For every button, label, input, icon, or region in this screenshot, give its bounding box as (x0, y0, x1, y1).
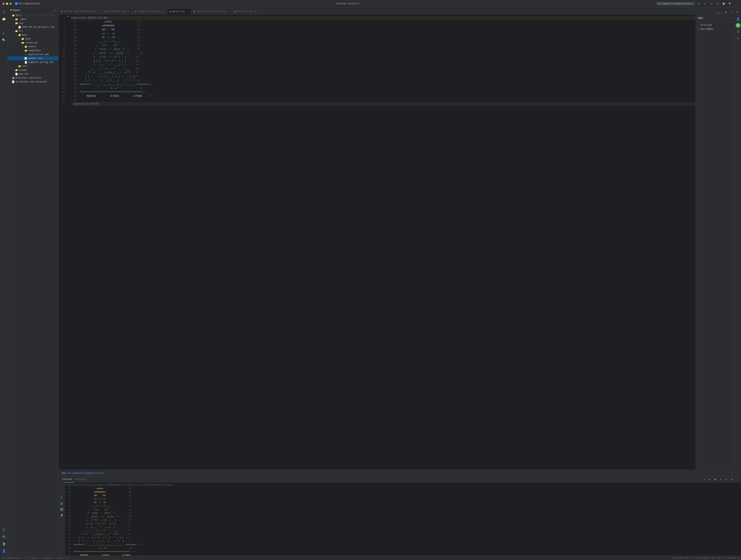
tree-item-log[interactable]: ▾ 📁 log (8, 21, 58, 25)
tab-pom-close[interactable]: ✕ (97, 10, 100, 13)
right-panel-expand[interactable]: □ (729, 16, 733, 20)
search-icon[interactable]: 🔍 (728, 1, 732, 6)
console-tab[interactable]: Console (60, 476, 74, 483)
tab-defaults[interactable]: ◆ defaults.xml ✕ (232, 8, 259, 14)
bottom-collapse-icon[interactable]: — (735, 471, 739, 476)
tree-item-java[interactable]: ▾ 📁 java (8, 37, 58, 41)
list-icon[interactable]: ☰ (59, 501, 64, 506)
spring-icon[interactable]: 🍃 (1, 541, 7, 547)
camera-icon[interactable]: 📷 (59, 507, 64, 512)
tree-item-static[interactable]: › 📁 static (8, 45, 58, 49)
wrap-lines-icon[interactable]: ≡ (59, 495, 64, 500)
tab-usermapper[interactable]: ◆ UserMapper.java ✕ (102, 8, 133, 14)
tree-item-scratches[interactable]: › 📝 Scratches and Consoles (8, 80, 58, 84)
bottom-content[interactable]: /Users/eve/Library/Java/JavaVirtualMachi… (65, 482, 741, 556)
status-indent[interactable]: 4 spaces (726, 557, 736, 559)
right-panel-more[interactable]: ⋮ (716, 16, 721, 20)
status-position[interactable]: 23:1 (19 chars, 1 line break) (672, 557, 710, 559)
maximize-button[interactable] (9, 3, 12, 5)
search-activity-icon[interactable]: 🔍 (1, 37, 7, 44)
close-button[interactable] (2, 3, 5, 5)
tree-item-main[interactable]: ▾ 📁 main (8, 33, 58, 37)
tab-defaults-close[interactable]: ✕ (254, 10, 257, 13)
tab-banner[interactable]: ◆ banner.txt ✕ (167, 8, 192, 14)
sidebar-content[interactable]: ▾ 📁 SpringBootStudy ~/Desktop/CS/JavaEE/… (8, 13, 58, 556)
cs-14: // (66, 533, 71, 536)
minimize-button[interactable] (6, 3, 8, 5)
right-db-icon[interactable]: 🗄 (735, 28, 741, 35)
tree-item-src[interactable]: ▾ 📁 src (8, 29, 58, 33)
settings-icon[interactable]: ⚙ (715, 1, 720, 6)
version-control-btn[interactable]: Version control ▾ (336, 2, 359, 5)
maven-button[interactable]: Mav (697, 17, 703, 19)
tree-item-springbootstudy[interactable]: ▾ 📁 SpringBootStudy ~/Desktop/CS/JavaEE/… (8, 13, 58, 17)
settings-console-icon[interactable]: ⚙ (729, 477, 734, 482)
tree-item-extlibs[interactable]: › 📚 External Libraries (8, 76, 58, 80)
project-icon[interactable]: 📁 (1, 16, 7, 22)
tree-item-banner[interactable]: 📝 banner.txt (8, 57, 58, 60)
line-num-13: 13 (59, 63, 66, 67)
vcs-icon[interactable]: ⑃ (1, 23, 7, 29)
code-area[interactable]: ${AnsiColor.BRIGHT_YELLOW} // _oo0oo_ //… (70, 14, 696, 470)
tree-item-templates[interactable]: › 📁 templates (8, 49, 58, 53)
trash-icon[interactable]: 🗑 (59, 512, 64, 518)
run-button[interactable]: ▶ (696, 1, 701, 6)
tree-item-test[interactable]: › 📁 test (8, 64, 58, 68)
more-icon[interactable]: ⋮ (734, 1, 739, 6)
stop-button[interactable]: ■ (709, 1, 714, 6)
notification-icon[interactable]: 🔔 (722, 1, 726, 6)
run-tab-close[interactable]: ✕ (106, 472, 107, 475)
status-line-ending[interactable]: LF (712, 557, 714, 559)
person-icon[interactable]: 👤 (1, 548, 7, 554)
scroll-down-icon[interactable]: ↓ (59, 489, 64, 495)
tab-more-button[interactable]: ⋮ (711, 8, 716, 14)
plugin-icon[interactable]: 🔌 (1, 534, 7, 540)
tab-logback[interactable]: ◆ logback-spring.xml ✕ (133, 8, 167, 14)
right-person-icon[interactable]: 👤 (735, 16, 741, 22)
more-console-icon[interactable]: ⋮ (735, 477, 739, 482)
stop-console-icon[interactable]: ■ (708, 477, 712, 482)
ca-19: ^^^^^^^^^^^^^^^^^^^^^^^^^^^^^^^^^^^^^^^^… (71, 550, 130, 554)
tree-arrow-placeholder (15, 25, 18, 29)
tree-item-logback[interactable]: 📄 logback-spring.xml (8, 60, 58, 64)
profiles-item[interactable]: › Profiles (696, 23, 735, 27)
right-panel-collapse[interactable]: — (722, 16, 727, 20)
database-icon[interactable]: 🗄 (1, 527, 7, 533)
tree-item-target[interactable]: › 📁 target (8, 68, 58, 72)
maven-panel[interactable]: › Profiles m SpringBoo (696, 22, 735, 470)
right-plugin-icon[interactable]: m (735, 36, 741, 42)
run-activity-icon[interactable]: ▶ (1, 30, 7, 37)
download-icon[interactable]: ⬇ (729, 10, 734, 14)
tab-banner-close[interactable]: ✕ (186, 10, 189, 13)
breadcrumb[interactable]: SpringBootStudy › src › main › resources… (2, 557, 70, 559)
clear-icon[interactable]: 🗑 (713, 477, 718, 482)
tab-logback-close[interactable]: ✕ (162, 10, 165, 13)
tree-item-pom[interactable]: 📄 pom.xml (8, 72, 58, 76)
tree-item-idea[interactable]: › 📁 .idea (8, 17, 58, 21)
tab-pom[interactable]: ◆ pom.xml (SpringBootStudy) ✕ (59, 8, 102, 14)
sidebar-toggle-icon[interactable]: ☰ (1, 9, 7, 15)
spring-icon[interactable]: 🍃 (736, 23, 740, 28)
tree-item-application[interactable]: ⚙ application.yml (8, 53, 58, 57)
run-config[interactable]: SpringBootStudyApplication ▾ (656, 2, 695, 5)
tab-springlog[interactable]: ◆ 2024-06-12-spring-0.log ✕ (191, 8, 232, 14)
sync-icon[interactable]: ↻ (724, 10, 729, 14)
springboot-item[interactable]: m SpringBoo (696, 27, 735, 31)
xml-icon: 📄 (15, 72, 18, 76)
bottom-more-icon[interactable]: ⋮ (729, 471, 734, 476)
scroll-down-icon[interactable]: ⬇ (718, 477, 723, 482)
tree-item-logfile[interactable]: 📄 2024-06-12-spring-0.log (8, 25, 58, 29)
tree-label-extlibs: External Libraries (16, 77, 58, 79)
tab-springlog-label: 2024-06-12-spring-0.log (196, 10, 226, 12)
refresh-icon[interactable]: ↻ (702, 477, 706, 482)
upload-icon[interactable]: ⬆ (735, 10, 739, 14)
scroll-up-icon[interactable]: ↑ (59, 483, 64, 489)
tree-item-resources[interactable]: ▾ 📁 resources (8, 41, 58, 45)
debug-button[interactable]: ⚙ (703, 1, 708, 6)
wrap-icon[interactable]: ⌧ (724, 477, 729, 482)
tab-usermapper-close[interactable]: ✕ (127, 10, 130, 13)
status-encoding[interactable]: UTF-8 (717, 557, 723, 559)
actuator-tab[interactable]: Actuator (74, 476, 89, 483)
line-num-1: 1 (59, 16, 66, 20)
tab-springlog-close[interactable]: ✕ (227, 10, 230, 13)
